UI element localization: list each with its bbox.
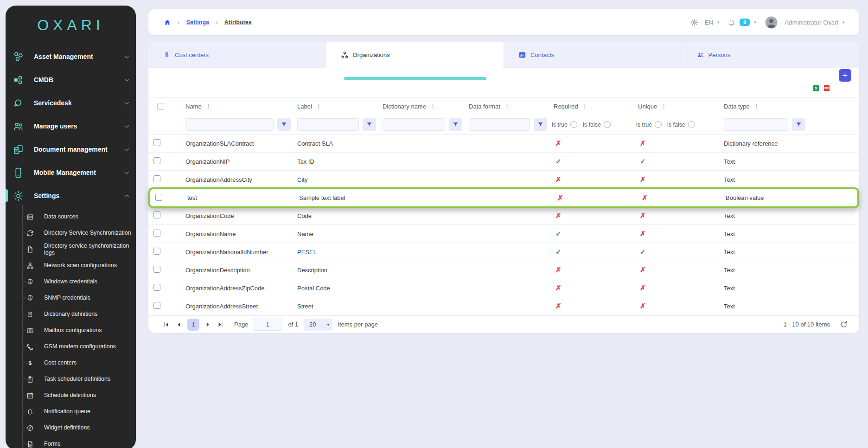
filter-input-data-type[interactable] bbox=[724, 118, 788, 131]
sidebar-item-document-management[interactable]: Document management bbox=[6, 138, 136, 161]
chevron-down-icon[interactable]: ▾ bbox=[842, 20, 844, 25]
chevron-down-icon[interactable]: ▾ bbox=[717, 20, 720, 25]
breadcrumb-attributes[interactable]: Attributes bbox=[224, 19, 252, 26]
avatar[interactable] bbox=[764, 15, 779, 30]
page-number-input[interactable] bbox=[253, 319, 282, 331]
sidebar-subitem-notification-queue[interactable]: Notification queue bbox=[6, 403, 136, 420]
column-menu-icon[interactable]: ⋮ bbox=[753, 103, 760, 110]
column-header-unique[interactable]: Unique⋮ bbox=[634, 103, 716, 110]
column-menu-icon[interactable]: ⋮ bbox=[504, 103, 511, 110]
breadcrumb-settings[interactable]: Settings bbox=[186, 19, 209, 26]
table-row[interactable]: OrganizationNameName✓✗Text bbox=[148, 225, 859, 243]
column-header-data-format[interactable]: Data format⋮ bbox=[465, 103, 550, 110]
page-size-select[interactable]: 20▾ bbox=[304, 319, 332, 331]
filter-button[interactable] bbox=[277, 118, 291, 131]
chevron-down-icon[interactable]: ▾ bbox=[754, 20, 756, 25]
home-icon[interactable] bbox=[164, 19, 171, 26]
sidebar-subitem-gsm-modem-configurations[interactable]: GSM modem configurations bbox=[6, 339, 136, 355]
table-row[interactable]: OrganizationCodeCode✗✗Text bbox=[148, 207, 859, 225]
select-all-checkbox[interactable] bbox=[157, 103, 164, 110]
filter-input-name[interactable] bbox=[185, 118, 274, 131]
sidebar-item-servicedesk[interactable]: Servicedesk bbox=[6, 91, 136, 115]
previous-page-icon[interactable] bbox=[175, 320, 183, 329]
row-checkbox[interactable] bbox=[153, 211, 160, 218]
required-is-false-radio[interactable] bbox=[604, 121, 611, 128]
row-checkbox[interactable] bbox=[153, 139, 160, 146]
row-checkbox[interactable] bbox=[153, 284, 160, 291]
row-checkbox[interactable] bbox=[153, 248, 160, 255]
column-menu-icon[interactable]: ⋮ bbox=[205, 103, 212, 110]
column-menu-icon[interactable]: ⋮ bbox=[316, 103, 322, 110]
row-checkbox[interactable] bbox=[153, 266, 160, 273]
tab-contacts[interactable]: Contacts bbox=[504, 42, 682, 68]
row-checkbox[interactable] bbox=[153, 302, 160, 309]
language-selector[interactable]: EN bbox=[705, 19, 713, 26]
column-header-dictionary-name[interactable]: Dictionary name⋮ bbox=[379, 103, 465, 110]
row-checkbox[interactable] bbox=[155, 194, 162, 201]
notification-badge[interactable]: 0 bbox=[740, 19, 750, 26]
tab-persons[interactable]: Persons bbox=[682, 42, 860, 68]
sidebar-subitem-schedule-definitions[interactable]: Schedule definitions bbox=[6, 387, 136, 403]
filter-button[interactable] bbox=[792, 118, 805, 131]
sidebar-subitem-task-scheduler-definitions[interactable]: Task scheduler definitions bbox=[6, 371, 136, 387]
required-is-true-radio[interactable] bbox=[570, 121, 577, 128]
next-page-icon[interactable] bbox=[204, 320, 212, 329]
column-header-label[interactable]: Label⋮ bbox=[294, 103, 379, 110]
table-row[interactable]: OrganizationDescriptionDescription✗✗Text bbox=[148, 261, 859, 279]
current-page-button[interactable]: 1 bbox=[187, 319, 199, 331]
column-menu-icon[interactable]: ⋮ bbox=[430, 103, 436, 110]
sidebar-subitem-cost-centers[interactable]: $Cost centers bbox=[6, 355, 136, 371]
sidebar-item-manage-users[interactable]: Manage users bbox=[6, 115, 136, 138]
table-row[interactable]: OrganizationNIPTax ID✓✓Text bbox=[148, 153, 859, 171]
filter-input-dictionary-name[interactable] bbox=[383, 118, 445, 131]
column-header-required[interactable]: Required⋮ bbox=[550, 103, 634, 110]
row-checkbox[interactable] bbox=[153, 157, 160, 164]
table-row[interactable]: OrganizationAddressStreetStreet✗✗Text bbox=[148, 297, 859, 315]
sidebar-subitem-data-sources[interactable]: Data sources bbox=[6, 209, 136, 225]
row-checkbox[interactable] bbox=[153, 175, 160, 182]
first-page-icon[interactable] bbox=[162, 320, 171, 329]
cell-name: OrganizationSLAContract bbox=[182, 140, 294, 147]
cross-icon: ✗ bbox=[550, 302, 562, 310]
sidebar-item-asset-management[interactable]: Asset Management bbox=[6, 45, 136, 68]
unique-is-false-radio[interactable] bbox=[688, 121, 695, 128]
bell-icon[interactable] bbox=[728, 19, 735, 26]
filter-button[interactable] bbox=[449, 118, 462, 131]
table-row[interactable]: OrganizationNationalIdNumberPESEL✓✓Text bbox=[148, 243, 859, 261]
sidebar-subitem-widget-definitions[interactable]: Widget definitions bbox=[6, 420, 136, 436]
table-row[interactable]: testSample text label✗✗Boolean value bbox=[148, 187, 859, 208]
table-row[interactable]: OrganizationSLAContractContract SLA✗✗Dic… bbox=[148, 134, 859, 153]
row-checkbox[interactable] bbox=[153, 230, 160, 237]
add-attribute-button[interactable] bbox=[839, 69, 851, 82]
sidebar-subitem-mailbox-configurations[interactable]: @Mailbox configurations bbox=[6, 322, 136, 339]
sidebar-item-mobile-management[interactable]: Mobile Management bbox=[6, 161, 136, 184]
last-page-icon[interactable] bbox=[216, 320, 224, 329]
sidebar-subitem-directory-service-synchronization[interactable]: Directory Service Synchronization bbox=[6, 225, 136, 241]
sidebar-subitem-dictionary-definitions[interactable]: Dictionary definitions bbox=[6, 306, 136, 322]
column-menu-icon[interactable]: ⋮ bbox=[582, 103, 588, 110]
sidebar-subitem-windows-credentials[interactable]: Windows credentials bbox=[6, 274, 136, 290]
filter-button[interactable] bbox=[363, 118, 376, 131]
table-row[interactable]: OrganizationAddressCityCity✗✗Text bbox=[148, 171, 859, 189]
funnel-icon bbox=[537, 121, 544, 128]
unique-is-true-radio[interactable] bbox=[655, 121, 662, 128]
sidebar-subitem-forms[interactable]: Forms bbox=[6, 436, 136, 448]
filter-input-data-format[interactable] bbox=[469, 118, 530, 131]
column-header-name[interactable]: Name⋮ bbox=[182, 103, 294, 110]
column-menu-icon[interactable]: ⋮ bbox=[661, 103, 667, 110]
tab-organizations[interactable]: Organizations bbox=[326, 42, 504, 68]
sidebar-subitem-directory-service-synchronization-logs[interactable]: Directory service synchronization logs bbox=[6, 241, 136, 257]
refresh-icon[interactable] bbox=[839, 320, 848, 329]
filter-button[interactable] bbox=[534, 118, 547, 131]
gear-icon[interactable] bbox=[690, 19, 698, 26]
export-excel-icon[interactable]: X bbox=[812, 84, 820, 92]
table-row[interactable]: OrganizationAddressZipCodePostal Code✗✗T… bbox=[148, 279, 859, 297]
sidebar-subitem-snmp-credentials[interactable]: SNMP credentials bbox=[6, 290, 136, 306]
filter-input-label[interactable] bbox=[297, 118, 359, 131]
sidebar-item-settings[interactable]: Settings bbox=[6, 184, 136, 207]
export-pdf-icon[interactable]: PDF bbox=[823, 84, 830, 92]
tab-cost-centers[interactable]: $Cost centers bbox=[148, 42, 326, 68]
sidebar-item-cmdb[interactable]: CMDB bbox=[6, 68, 136, 91]
sidebar-subitem-network-scan-configurations[interactable]: Network scan configurations bbox=[6, 257, 136, 274]
column-header-data-type[interactable]: Data type⋮ bbox=[716, 103, 859, 110]
